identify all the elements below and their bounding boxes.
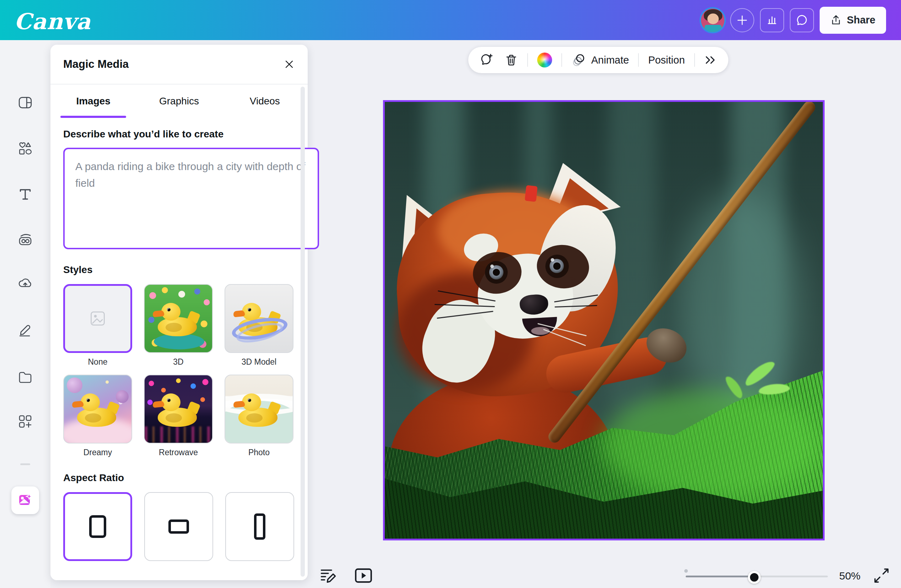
duck-eye — [248, 308, 251, 311]
panda-eye-glint — [490, 264, 494, 268]
planet — [67, 378, 83, 393]
sidebar-item-magic-media[interactable] — [11, 487, 39, 514]
style-tile-dreamy[interactable] — [63, 375, 132, 443]
style-option-none[interactable]: None — [63, 284, 132, 367]
sidebar-item-projects[interactable] — [15, 367, 35, 387]
panel-body: Describe what you’d like to create Style… — [50, 129, 308, 561]
style-option-3d[interactable]: 3D — [144, 284, 213, 367]
duck-head — [242, 394, 261, 411]
sidebar-item-apps[interactable] — [15, 412, 35, 431]
comments-button[interactable] — [790, 8, 814, 32]
style-option-photo[interactable]: Photo — [224, 375, 293, 457]
position-button[interactable]: Position — [648, 54, 684, 66]
animate-button[interactable]: Animate — [571, 53, 629, 67]
sidebar-rail — [0, 40, 50, 588]
duck-beak — [233, 401, 245, 408]
color-wheel-button[interactable] — [537, 53, 552, 67]
zoom-level[interactable]: 50% — [839, 570, 860, 582]
design-icon — [18, 95, 33, 110]
avatar[interactable] — [701, 9, 725, 32]
duck-eye — [248, 398, 251, 402]
style-tile-none[interactable] — [63, 284, 132, 353]
panda-pupil-left — [493, 269, 500, 276]
prompt-input[interactable] — [63, 148, 319, 249]
sidebar-divider — [20, 464, 30, 465]
style-label: 3D — [144, 357, 213, 367]
upload-cloud-icon — [17, 275, 33, 291]
double-chevron-icon — [704, 54, 717, 66]
notes-button[interactable] — [319, 566, 338, 586]
tab-videos[interactable]: Videos — [222, 84, 308, 118]
sidebar-item-brand[interactable] — [15, 230, 35, 250]
bar-chart-icon — [765, 14, 779, 27]
brand-icon — [17, 232, 33, 248]
sidebar-item-design[interactable] — [15, 93, 35, 112]
duck-wing — [246, 413, 263, 423]
style-option-retrowave[interactable]: Retrowave — [144, 375, 213, 457]
comment-add-icon — [480, 53, 494, 67]
aspect-option-portrait[interactable] — [225, 492, 294, 561]
tab-images[interactable]: Images — [50, 84, 136, 118]
panda-eye-glint — [551, 258, 554, 262]
panda-pupil-right — [553, 262, 561, 270]
comment-icon — [795, 14, 809, 27]
zoom-slider-fill — [686, 576, 754, 577]
zoom-tick — [684, 569, 688, 573]
duck-head — [161, 394, 181, 411]
style-tile-3d[interactable] — [144, 284, 213, 353]
panel-tabs: Images Graphics Videos — [50, 84, 308, 118]
tab-graphics[interactable]: Graphics — [136, 84, 222, 118]
sidebar-item-draw[interactable] — [15, 319, 35, 339]
animate-icon — [571, 53, 586, 67]
magic-media-icon — [17, 492, 33, 509]
duck-illustration — [75, 394, 120, 429]
close-icon[interactable] — [284, 59, 295, 70]
duck-eye — [167, 308, 170, 311]
avatar-book — [705, 25, 722, 32]
sidebar-item-elements[interactable] — [15, 138, 35, 159]
selected-canvas-image[interactable] — [383, 100, 825, 540]
style-tile-retrowave[interactable] — [144, 375, 213, 443]
styles-grid: None 3D — [63, 284, 295, 457]
panel-title: Magic Media — [63, 58, 129, 71]
panda-red-tuft — [525, 185, 538, 202]
zoom-slider-thumb[interactable] — [748, 571, 761, 584]
style-label: Dreamy — [63, 448, 132, 457]
magic-media-panel: Magic Media Images Graphics Videos Descr… — [50, 45, 308, 580]
duck-head — [242, 303, 261, 320]
share-button[interactable]: Share — [820, 7, 886, 34]
style-tile-3d-model[interactable] — [224, 284, 293, 353]
insights-button[interactable] — [760, 8, 784, 32]
more-options-button[interactable] — [704, 54, 717, 66]
folder-icon — [17, 370, 33, 385]
text-icon — [18, 187, 33, 202]
fullscreen-button[interactable] — [873, 567, 890, 586]
portrait-ratio-icon — [254, 513, 265, 540]
sidebar-item-uploads[interactable] — [15, 274, 35, 293]
duck-illustration — [156, 394, 201, 429]
share-upload-icon — [830, 14, 842, 26]
duck-wing — [85, 413, 101, 423]
aspect-option-square[interactable] — [63, 492, 132, 561]
comment-add-button[interactable] — [480, 53, 494, 67]
delete-button[interactable] — [505, 53, 518, 67]
style-option-dreamy[interactable]: Dreamy — [63, 375, 132, 457]
sidebar-item-text[interactable] — [15, 184, 35, 204]
plus-icon — [736, 14, 748, 26]
canva-logo[interactable]: Canva — [14, 9, 91, 34]
aspect-option-landscape[interactable] — [144, 492, 213, 561]
toolbar-divider — [527, 53, 528, 67]
add-member-button[interactable] — [730, 8, 754, 32]
panel-scrollbar[interactable] — [301, 87, 305, 577]
duck-head — [161, 303, 181, 320]
duck-head — [81, 394, 100, 411]
expand-icon — [873, 567, 890, 585]
present-button[interactable] — [354, 568, 373, 585]
style-tile-photo[interactable] — [224, 375, 293, 443]
toolbar-divider — [561, 53, 562, 67]
duck-eye — [86, 398, 90, 402]
style-label: Retrowave — [144, 448, 213, 457]
style-option-3d-model[interactable]: 3D Model — [224, 284, 293, 367]
avatar-face — [708, 14, 719, 24]
aspect-ratio-label: Aspect Ratio — [63, 472, 295, 484]
